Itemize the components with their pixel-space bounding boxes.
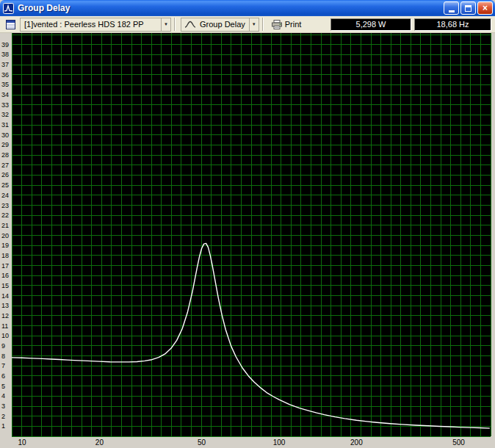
svg-text:19: 19: [1, 242, 9, 249]
svg-text:30: 30: [1, 131, 9, 139]
y-axis-labels: 1234567891011121314151617181920212223242…: [1, 41, 9, 430]
group-delay-chart[interactable]: 1234567891011121314151617181920212223242…: [0, 33, 495, 448]
maximize-button[interactable]: [460, 1, 476, 15]
svg-text:3: 3: [1, 402, 5, 410]
svg-text:11: 11: [1, 322, 8, 330]
print-label: Print: [285, 20, 302, 29]
chart-canvas[interactable]: 1234567891011121314151617181920212223242…: [0, 33, 495, 448]
svg-text:17: 17: [1, 262, 9, 270]
svg-text:4: 4: [1, 392, 5, 400]
svg-text:10: 10: [1, 332, 9, 339]
chart-type-value: Group Delay: [196, 20, 249, 29]
app-icon: [3, 2, 15, 14]
curve-icon: [181, 21, 196, 29]
svg-text:20: 20: [95, 438, 104, 447]
titlebar[interactable]: Group Delay ×: [0, 0, 495, 16]
svg-text:9: 9: [1, 342, 5, 350]
minimize-icon: [449, 10, 455, 12]
svg-text:33: 33: [1, 101, 9, 109]
svg-text:12: 12: [1, 312, 9, 319]
power-readout: 5,298 W: [330, 18, 411, 31]
svg-text:200: 200: [350, 438, 363, 447]
minimize-button[interactable]: [444, 1, 459, 15]
toolbar-separator: [262, 18, 264, 31]
svg-text:6: 6: [1, 372, 5, 380]
chart-type-select[interactable]: Group Delay ▼: [181, 18, 259, 32]
svg-text:39: 39: [1, 41, 9, 48]
svg-text:50: 50: [198, 438, 206, 447]
x-axis-labels: 102050100200500: [18, 438, 465, 447]
print-icon: [272, 20, 282, 29]
close-icon: ×: [483, 4, 488, 12]
svg-text:28: 28: [1, 151, 9, 159]
svg-text:32: 32: [1, 111, 9, 118]
maximize-icon: [465, 5, 471, 12]
group-delay-window: Group Delay × [1]vented : Peerless HDS 1…: [0, 0, 495, 448]
toolbar-separator: [174, 18, 176, 31]
svg-text:35: 35: [1, 81, 9, 88]
svg-text:25: 25: [1, 181, 9, 189]
svg-text:1: 1: [1, 422, 5, 430]
window-title: Group Delay: [18, 3, 444, 13]
chevron-down-icon: ▼: [161, 18, 170, 31]
svg-text:37: 37: [1, 61, 9, 68]
svg-text:24: 24: [1, 192, 9, 199]
svg-text:7: 7: [1, 362, 5, 369]
svg-text:21: 21: [1, 222, 9, 229]
project-button[interactable]: [3, 17, 18, 32]
window-controls: ×: [444, 1, 493, 15]
svg-text:13: 13: [1, 302, 9, 309]
svg-text:38: 38: [1, 51, 9, 58]
svg-text:34: 34: [1, 91, 9, 98]
svg-text:5: 5: [1, 383, 5, 390]
svg-text:22: 22: [1, 212, 9, 219]
chevron-down-icon: ▼: [249, 18, 259, 31]
svg-text:14: 14: [1, 292, 9, 300]
close-button[interactable]: ×: [477, 1, 493, 15]
svg-text:8: 8: [1, 353, 5, 360]
svg-text:26: 26: [1, 171, 9, 178]
svg-text:16: 16: [1, 272, 9, 279]
svg-text:18: 18: [1, 252, 9, 259]
svg-text:100: 100: [273, 438, 286, 447]
project-icon: [6, 20, 15, 29]
driver-select[interactable]: [1]vented : Peerless HDS 182 PP ▼: [20, 18, 171, 32]
svg-text:31: 31: [1, 121, 9, 129]
print-button[interactable]: Print: [267, 17, 307, 32]
svg-text:500: 500: [452, 438, 465, 447]
svg-text:15: 15: [1, 282, 9, 289]
toolbar: [1]vented : Peerless HDS 182 PP ▼ Group …: [0, 16, 495, 33]
svg-text:2: 2: [1, 413, 5, 420]
driver-select-value: [1]vented : Peerless HDS 182 PP: [21, 20, 161, 29]
svg-text:29: 29: [1, 141, 9, 148]
frequency-readout: 18,68 Hz: [414, 18, 491, 31]
svg-text:23: 23: [1, 202, 9, 209]
svg-text:27: 27: [1, 162, 9, 169]
svg-text:20: 20: [1, 232, 9, 239]
svg-text:36: 36: [1, 71, 9, 79]
svg-text:10: 10: [18, 438, 26, 447]
